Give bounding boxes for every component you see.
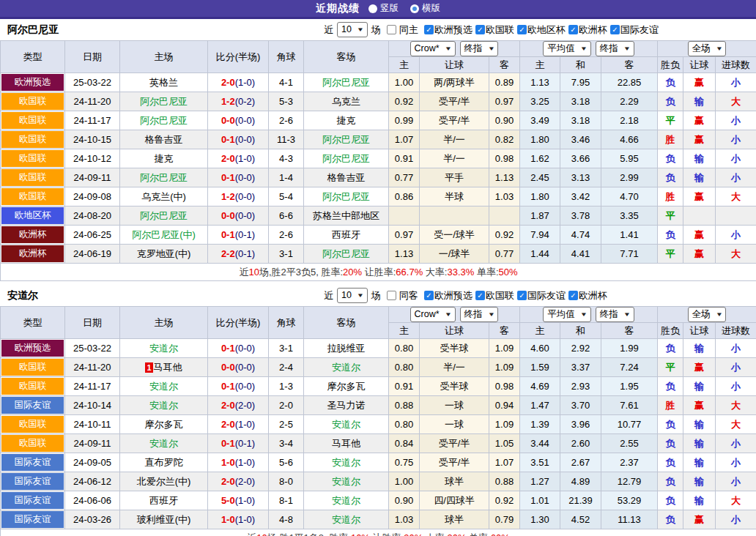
cell-result: 平: [658, 245, 683, 264]
cell-handicap: 受平/半: [420, 434, 489, 453]
column-header-goals: 进球数: [716, 57, 756, 73]
cell-competition: 欧国联: [1, 358, 65, 377]
odds-company-select[interactable]: Crow*▼: [410, 307, 456, 322]
cell-score: 0-0(0-0): [208, 111, 269, 130]
full-match-select[interactable]: 全场▼: [688, 307, 727, 322]
cell-avg-away: 1.95: [601, 377, 658, 396]
cell-avg-home: 4.60: [520, 339, 560, 358]
column-header-avg-home: 主: [520, 323, 560, 339]
column-header-date: 日期: [65, 41, 120, 73]
radio-horizontal-layout[interactable]: 横版: [410, 2, 440, 15]
summary-row: 近10场,胜1平1负8, 胜率:10% 让胜率:30% 大率:30% 单率:60…: [1, 529, 756, 536]
table-row: 国际友谊24-10-14安道尔2-0(2-0)2-0圣马力诺0.88一球0.94…: [1, 396, 756, 415]
cell-avg-away: 2.37: [601, 453, 658, 472]
cell-date: 24-09-11: [65, 434, 120, 453]
cell-avg-away: 7.71: [601, 245, 658, 264]
final-odds-select[interactable]: 终指▼: [460, 307, 499, 322]
team-name: 安道尔: [149, 438, 178, 449]
filter-prefix-label: 近: [324, 289, 333, 302]
competition-filters: ✓欧洲预选✓欧国联✓国际友谊✓欧洲杯: [421, 289, 607, 302]
cell-home-odds: 0.75: [389, 453, 420, 472]
table-row: 欧国联24-10-15格鲁吉亚0-1(0-0)11-3阿尔巴尼亚1.07半/一0…: [1, 130, 756, 149]
cell-handicap: 受一/球半: [420, 226, 489, 245]
competition-filter-checkbox[interactable]: ✓欧洲预选: [424, 23, 472, 37]
competition-filter-checkbox[interactable]: ✓国际友谊: [517, 289, 566, 302]
summary-value: 30%: [404, 532, 423, 536]
column-header-corner: 角球: [269, 307, 304, 339]
odds-group-header: Crow*▼终指▼: [389, 41, 520, 57]
column-header-odds-away: 客: [489, 57, 520, 73]
summary-text: 大率:: [423, 267, 447, 278]
competition-filter-checkbox[interactable]: ✓欧洲杯: [568, 289, 607, 302]
full-match-select[interactable]: 全场▼: [688, 41, 727, 56]
odds-company-select[interactable]: Crow*▼: [410, 41, 456, 56]
chevron-down-icon: ▼: [580, 308, 588, 321]
halftime-score: (0-1): [235, 229, 255, 240]
summary-text: 单率:: [466, 532, 490, 536]
cell-score: 0-1(0-0): [208, 168, 269, 187]
cell-competition: 欧国联: [1, 434, 65, 453]
team-name: 安道尔: [332, 419, 360, 430]
select-value: Crow*: [415, 308, 440, 321]
team-name: 阿尔巴尼亚: [322, 77, 370, 88]
team-name-heading: 安道尔: [0, 289, 324, 302]
cell-away-odds: 1.09: [489, 358, 520, 377]
team-name: 拉脱维亚: [327, 343, 366, 354]
final-odds-select[interactable]: 终指▼: [460, 41, 499, 56]
chevron-down-icon: ▼: [623, 308, 631, 321]
cell-handicap-result: 赢: [683, 73, 716, 92]
column-header-goals: 进球数: [716, 323, 756, 339]
cell-corners: 5-3: [269, 92, 304, 111]
same-home-checkbox[interactable]: 同主: [387, 23, 418, 37]
cell-avg-draw: 3.96: [560, 415, 601, 434]
cell-date: 24-06-25: [65, 226, 120, 245]
halftime-score: (0-0): [235, 210, 255, 221]
team-name: 乌克兰: [332, 96, 360, 107]
competition-badge: 欧洲杯: [1, 226, 64, 243]
competition-filter-checkbox[interactable]: ✓欧国联: [475, 23, 514, 37]
halftime-score: (1-0): [235, 495, 255, 506]
summary-value: 30%: [447, 532, 466, 536]
average-select[interactable]: 平均值▼: [543, 41, 590, 56]
column-header-odds-home: 主: [389, 323, 420, 339]
cell-away-odds: 0.94: [489, 396, 520, 415]
competition-badge: 欧国联: [1, 93, 64, 110]
team-name: 格鲁吉亚: [327, 172, 366, 183]
halftime-score: (0-2): [235, 96, 255, 107]
cell-away-odds: 0.90: [489, 111, 520, 130]
summary-value: 20%: [343, 267, 362, 278]
cell-avg-away: 1.41: [601, 226, 658, 245]
cell-home-team: 安道尔: [120, 339, 208, 358]
competition-filter-checkbox[interactable]: ✓欧洲杯: [568, 23, 607, 37]
cell-home-team: 玻利维亚(中): [120, 510, 208, 529]
cell-result: 负: [658, 168, 683, 187]
summary-value: 60%: [491, 532, 510, 536]
summary-text: 大率:: [423, 532, 447, 536]
cell-avg-home: 3.49: [520, 111, 560, 130]
match-count-select[interactable]: 10 ▼: [337, 288, 368, 303]
match-count-select[interactable]: 10 ▼: [337, 22, 368, 37]
cell-goals-result: 大: [716, 92, 756, 111]
cell-avg-away: 4.66: [601, 130, 658, 149]
avg-final-odds-select[interactable]: 终指▼: [596, 307, 634, 322]
competition-filter-checkbox[interactable]: ✓国际友谊: [610, 23, 659, 37]
team-name: 北爱尔兰(中): [137, 476, 191, 487]
cell-home-odds: 0.80: [389, 339, 420, 358]
chevron-down-icon: ▼: [444, 42, 451, 55]
checkbox-icon: [387, 25, 396, 34]
avg-final-odds-select[interactable]: 终指▼: [596, 41, 634, 56]
average-select[interactable]: 平均值▼: [543, 307, 590, 322]
cell-avg-home: 1.62: [520, 149, 560, 168]
chevron-down-icon: ▼: [357, 289, 364, 302]
competition-filter-checkbox[interactable]: ✓欧洲预选: [424, 289, 472, 302]
same-away-checkbox[interactable]: 同客: [387, 289, 418, 302]
cell-competition: 欧地区杯: [1, 206, 65, 226]
cell-handicap-result: 赢: [683, 358, 716, 377]
competition-filter-checkbox[interactable]: ✓欧地区杯: [517, 23, 566, 37]
column-header-home: 主场: [120, 307, 208, 339]
radio-vertical-layout[interactable]: 竖版: [368, 2, 399, 15]
competition-badge: 欧国联: [1, 188, 64, 205]
team-name: 苏格兰中部地区: [313, 210, 379, 221]
cell-avg-away: 2.55: [601, 434, 658, 453]
competition-filter-checkbox[interactable]: ✓欧国联: [475, 289, 514, 302]
